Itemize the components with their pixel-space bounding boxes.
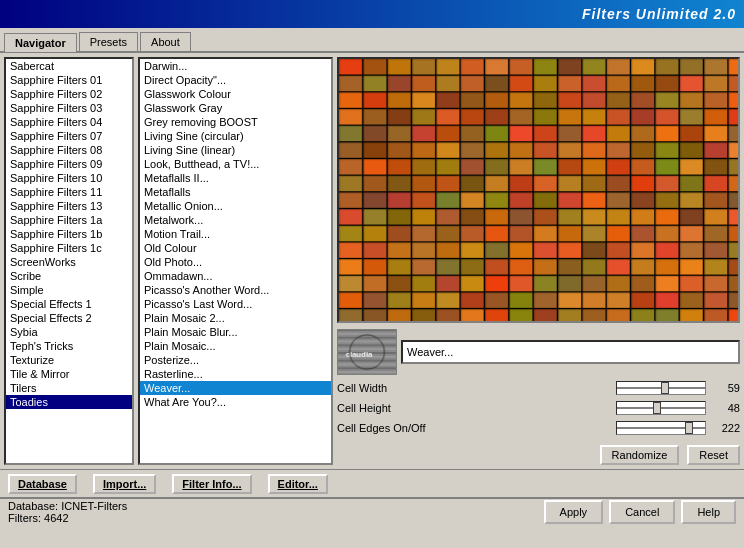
param-slider[interactable] bbox=[616, 401, 706, 415]
list-item[interactable]: Sapphire Filters 10 bbox=[6, 171, 132, 185]
list-item[interactable]: Sapphire Filters 11 bbox=[6, 185, 132, 199]
status-bar: Database: ICNET-Filters Filters: 4642 Ap… bbox=[0, 497, 744, 525]
effect-item[interactable]: Glasswork Colour bbox=[140, 87, 331, 101]
list-item[interactable]: Simple bbox=[6, 283, 132, 297]
title-text: Filters Unlimited 2.0 bbox=[582, 6, 736, 22]
filters-label: Filters: bbox=[8, 512, 41, 524]
effect-item[interactable]: Direct Opacity"... bbox=[140, 73, 331, 87]
effect-item[interactable]: Grey removing BOOST bbox=[140, 115, 331, 129]
param-label: Cell Height bbox=[337, 402, 612, 414]
preview-canvas bbox=[339, 59, 738, 321]
effect-item[interactable]: Darwin... bbox=[140, 59, 331, 73]
list-item[interactable]: Sapphire Filters 02 bbox=[6, 87, 132, 101]
tab-navigator[interactable]: Navigator bbox=[4, 33, 77, 52]
title-bar: Filters Unlimited 2.0 bbox=[0, 0, 744, 28]
param-label: Cell Width bbox=[337, 382, 612, 394]
param-value: 59 bbox=[710, 382, 740, 394]
filter-info-button[interactable]: Filter Info... bbox=[172, 474, 251, 494]
list-item[interactable]: Tilers bbox=[6, 381, 132, 395]
list-item[interactable]: Special Effects 2 bbox=[6, 311, 132, 325]
param-slider[interactable] bbox=[616, 381, 706, 395]
list-item[interactable]: Sapphire Filters 1c bbox=[6, 241, 132, 255]
effect-item[interactable]: Metallic Onion... bbox=[140, 199, 331, 213]
effect-item[interactable]: Plain Mosaic... bbox=[140, 339, 331, 353]
source-thumbnail[interactable] bbox=[337, 329, 397, 375]
list-item[interactable]: Sapphire Filters 08 bbox=[6, 143, 132, 157]
effect-item[interactable]: Posterize... bbox=[140, 353, 331, 367]
database-label: Database: bbox=[8, 500, 58, 512]
effect-item[interactable]: Motion Trail... bbox=[140, 227, 331, 241]
list-item[interactable]: Sapphire Filters 01 bbox=[6, 73, 132, 87]
param-row: Cell Height48 bbox=[337, 401, 740, 415]
preview-area bbox=[337, 57, 740, 323]
effect-item[interactable]: Metaflalls II... bbox=[140, 171, 331, 185]
param-label: Cell Edges On/Off bbox=[337, 422, 612, 434]
effect-item[interactable]: Old Photo... bbox=[140, 255, 331, 269]
effect-item[interactable]: Ommadawn... bbox=[140, 269, 331, 283]
effect-item[interactable]: Weaver... bbox=[140, 381, 331, 395]
list-item[interactable]: Sybia bbox=[6, 325, 132, 339]
randomize-button[interactable]: Randomize bbox=[600, 445, 680, 465]
list-item[interactable]: ScreenWorks bbox=[6, 255, 132, 269]
bottom-toolbar: Database Import... Filter Info... Editor… bbox=[0, 469, 744, 497]
list-item[interactable]: Sapphire Filters 1b bbox=[6, 227, 132, 241]
param-value: 48 bbox=[710, 402, 740, 414]
effect-item[interactable]: Living Sine (linear) bbox=[140, 143, 331, 157]
action-buttons: Apply Cancel Help bbox=[544, 500, 736, 524]
effect-list[interactable]: Darwin...Direct Opacity"...Glasswork Col… bbox=[138, 57, 333, 465]
list-item[interactable]: Sapphire Filters 1a bbox=[6, 213, 132, 227]
effect-item[interactable]: Glasswork Gray bbox=[140, 101, 331, 115]
list-item[interactable]: Sapphire Filters 03 bbox=[6, 101, 132, 115]
param-slider[interactable] bbox=[616, 421, 706, 435]
thumb-canvas bbox=[338, 330, 396, 374]
param-value: 222 bbox=[710, 422, 740, 434]
list-item[interactable]: Sapphire Filters 13 bbox=[6, 199, 132, 213]
list-item[interactable]: Toadies bbox=[6, 395, 132, 409]
list-item[interactable]: Tile & Mirror bbox=[6, 367, 132, 381]
thumbnail-row: Weaver... bbox=[337, 327, 740, 377]
cancel-button[interactable]: Cancel bbox=[609, 500, 675, 524]
reset-button[interactable]: Reset bbox=[687, 445, 740, 465]
effect-item[interactable]: Picasso's Last Word... bbox=[140, 297, 331, 311]
list-item[interactable]: Special Effects 1 bbox=[6, 297, 132, 311]
right-bottom-buttons: Randomize Reset bbox=[337, 445, 740, 465]
effect-item[interactable]: Plain Mosaic 2... bbox=[140, 311, 331, 325]
effect-item[interactable]: Rasterline... bbox=[140, 367, 331, 381]
right-panel: Weaver... Cell Width59Cell Height48Cell … bbox=[337, 57, 740, 465]
apply-button[interactable]: Apply bbox=[544, 500, 604, 524]
effect-item[interactable]: Metalwork... bbox=[140, 213, 331, 227]
filter-category-list[interactable]: SabercatSapphire Filters 01Sapphire Filt… bbox=[4, 57, 134, 465]
list-item[interactable]: Sabercat bbox=[6, 59, 132, 73]
effect-item[interactable]: Look, Butthead, a TV!... bbox=[140, 157, 331, 171]
param-row: Cell Edges On/Off222 bbox=[337, 421, 740, 435]
effect-item[interactable]: What Are You?... bbox=[140, 395, 331, 409]
params-area: Cell Width59Cell Height48Cell Edges On/O… bbox=[337, 381, 740, 441]
effect-item[interactable]: Metaflalls bbox=[140, 185, 331, 199]
help-button[interactable]: Help bbox=[681, 500, 736, 524]
list-item[interactable]: Sapphire Filters 09 bbox=[6, 157, 132, 171]
effect-item[interactable]: Plain Mosaic Blur... bbox=[140, 325, 331, 339]
tab-presets[interactable]: Presets bbox=[79, 32, 138, 51]
effect-name-display: Weaver... bbox=[401, 340, 740, 364]
list-item[interactable]: Sapphire Filters 04 bbox=[6, 115, 132, 129]
list-item[interactable]: Teph's Tricks bbox=[6, 339, 132, 353]
effect-item[interactable]: Picasso's Another Word... bbox=[140, 283, 331, 297]
list-item[interactable]: Sapphire Filters 07 bbox=[6, 129, 132, 143]
database-button[interactable]: Database bbox=[8, 474, 77, 494]
editor-button[interactable]: Editor... bbox=[268, 474, 328, 494]
tab-about[interactable]: About bbox=[140, 32, 191, 51]
list-item[interactable]: Scribe bbox=[6, 269, 132, 283]
list-item[interactable]: Texturize bbox=[6, 353, 132, 367]
import-button[interactable]: Import... bbox=[93, 474, 156, 494]
filters-value: 4642 bbox=[44, 512, 68, 524]
tab-bar: Navigator Presets About bbox=[0, 28, 744, 53]
effect-item[interactable]: Living Sine (circular) bbox=[140, 129, 331, 143]
database-value: ICNET-Filters bbox=[61, 500, 127, 512]
effect-item[interactable]: Old Colour bbox=[140, 241, 331, 255]
param-row: Cell Width59 bbox=[337, 381, 740, 395]
status-info: Database: ICNET-Filters Filters: 4642 bbox=[8, 500, 540, 524]
main-content: SabercatSapphire Filters 01Sapphire Filt… bbox=[0, 53, 744, 469]
